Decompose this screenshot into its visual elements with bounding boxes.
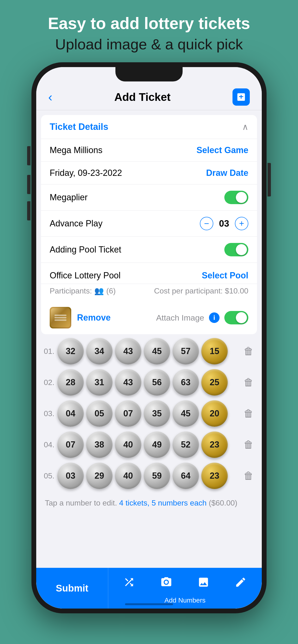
ball-5-mega[interactable]: 23 (201, 463, 228, 489)
ball-3-5[interactable]: 45 (173, 400, 199, 427)
advance-play-stepper: − 03 + (200, 217, 248, 230)
delete-row-2-button[interactable]: 🗑 (240, 374, 257, 391)
ball-5-5[interactable]: 64 (173, 463, 199, 489)
select-pool-button[interactable]: Select Pool (202, 270, 248, 280)
page-title: Add Ticket (114, 90, 171, 104)
shuffle-button[interactable] (118, 572, 140, 593)
ball-2-3[interactable]: 43 (115, 369, 141, 396)
delete-row-3-button[interactable]: 🗑 (240, 405, 257, 422)
ball-1-4[interactable]: 45 (144, 338, 170, 364)
ball-2-2[interactable]: 31 (86, 369, 112, 396)
attach-right: Attach Image i (156, 311, 248, 324)
camera-button[interactable] (156, 572, 177, 593)
lottery-rows-section: 01. 32 34 43 45 57 15 🗑 02. (36, 334, 262, 489)
ball-2-mega[interactable]: 25 (201, 369, 228, 396)
megaplier-toggle[interactable] (224, 191, 248, 204)
toolbar-icons (108, 568, 262, 596)
attach-toggle[interactable] (224, 311, 248, 324)
game-row: Mega Millions Select Game (41, 139, 257, 162)
ball-5-3[interactable]: 40 (115, 463, 141, 489)
ball-2-5[interactable]: 63 (173, 369, 199, 396)
lottery-row-1: 01. 32 34 43 45 57 15 🗑 (41, 338, 257, 364)
trash-icon-4: 🗑 (244, 439, 254, 450)
delete-row-4-button[interactable]: 🗑 (240, 436, 257, 453)
game-label: Mega Millions (50, 145, 102, 155)
ball-2-1[interactable]: 28 (57, 369, 84, 396)
ball-3-mega[interactable]: 20 (201, 400, 228, 427)
adding-pool-label: Adding Pool Ticket (50, 244, 121, 255)
row-num-3: 03. (41, 409, 54, 418)
image-button[interactable] (193, 572, 214, 593)
image-icon (198, 576, 209, 588)
select-game-button[interactable]: Select Game (197, 145, 248, 155)
collapse-icon[interactable]: ∧ (242, 122, 248, 132)
back-button[interactable]: ‹ (48, 90, 52, 104)
balls-container-4: 07 38 40 49 52 23 (57, 432, 237, 458)
ball-1-2[interactable]: 34 (86, 338, 112, 364)
pool-name-row: Office Lottery Pool Select Pool (41, 263, 257, 284)
lottery-row-5: 05. 03 29 40 59 64 23 🗑 (41, 463, 257, 489)
delete-row-5-button[interactable]: 🗑 (240, 468, 257, 484)
ball-1-mega[interactable]: 15 (201, 338, 228, 364)
ball-4-2[interactable]: 38 (86, 432, 112, 458)
row-num-5: 05. (41, 472, 54, 480)
camera-icon (160, 576, 172, 588)
attach-row: Remove Attach Image i (41, 301, 257, 334)
tap-hint-blue: 4 tickets, 5 numbers each (119, 498, 207, 507)
ball-3-2[interactable]: 05 (86, 400, 112, 427)
attach-image-label: Attach Image (156, 313, 204, 322)
plus-icon (236, 92, 246, 102)
lottery-row-2: 02. 28 31 43 56 63 25 🗑 (41, 369, 257, 396)
attach-left: Remove (50, 307, 111, 328)
ball-1-3[interactable]: 43 (115, 338, 141, 364)
add-ticket-button[interactable] (232, 88, 250, 106)
ball-5-4[interactable]: 59 (144, 463, 170, 489)
ball-1-5[interactable]: 57 (173, 338, 199, 364)
ball-2-4[interactable]: 56 (144, 369, 170, 396)
hero-subtitle: Upload image & a quick pick (0, 35, 298, 54)
edit-button[interactable] (230, 572, 251, 593)
ball-4-1[interactable]: 07 (57, 432, 84, 458)
submit-button[interactable]: Submit (36, 568, 108, 608)
stepper-minus-button[interactable]: − (200, 217, 213, 230)
info-icon[interactable]: i (209, 312, 220, 323)
draw-date-button[interactable]: Draw Date (206, 168, 248, 178)
remove-button[interactable]: Remove (77, 313, 111, 323)
tap-hint-suffix: ($60.00) (207, 498, 237, 507)
balls-container-2: 28 31 43 56 63 25 (57, 369, 237, 396)
people-icon: 👥 (94, 286, 104, 296)
ball-4-mega[interactable]: 23 (201, 432, 228, 458)
pool-ticket-toggle[interactable] (224, 243, 248, 256)
notch (115, 67, 183, 82)
participants-label: Participants: (50, 286, 92, 296)
ball-3-4[interactable]: 35 (144, 400, 170, 427)
ball-4-4[interactable]: 49 (144, 432, 170, 458)
edit-icon (235, 576, 247, 588)
thumbnail-inner (51, 308, 70, 327)
balls-container-1: 32 34 43 45 57 15 (57, 338, 237, 364)
ball-5-1[interactable]: 03 (57, 463, 84, 489)
trash-icon-2: 🗑 (244, 376, 254, 388)
thumb-line-3 (54, 319, 66, 321)
cost-value: 10.00 (229, 286, 248, 295)
row-num-1: 01. (41, 347, 54, 356)
ball-5-2[interactable]: 29 (86, 463, 112, 489)
pool-name-label: Office Lottery Pool (50, 270, 121, 280)
phone-screen: ‹ Add Ticket Ticket Details ∧ Mega Milli… (36, 67, 262, 608)
ball-3-1[interactable]: 04 (57, 400, 84, 427)
ticket-thumbnail (50, 307, 71, 328)
ball-3-3[interactable]: 07 (115, 400, 141, 427)
ball-4-5[interactable]: 52 (173, 432, 199, 458)
tap-hint: Tap a number to edit. 4 tickets, 5 numbe… (36, 494, 262, 511)
ball-4-3[interactable]: 40 (115, 432, 141, 458)
phone-frame: ‹ Add Ticket Ticket Details ∧ Mega Milli… (32, 62, 266, 613)
delete-row-1-button[interactable]: 🗑 (240, 343, 257, 360)
stepper-plus-button[interactable]: + (235, 217, 248, 230)
content-area: Ticket Details ∧ Mega Millions Select Ga… (36, 110, 262, 608)
thumb-line-1 (54, 314, 66, 316)
cost-info: Cost per participant: $10.00 (154, 286, 248, 296)
nav-bar: ‹ Add Ticket (36, 84, 262, 110)
bottom-toolbar: Submit (36, 568, 262, 608)
ball-1-1[interactable]: 32 (57, 338, 84, 364)
megaplier-row: Megaplier (41, 184, 257, 210)
